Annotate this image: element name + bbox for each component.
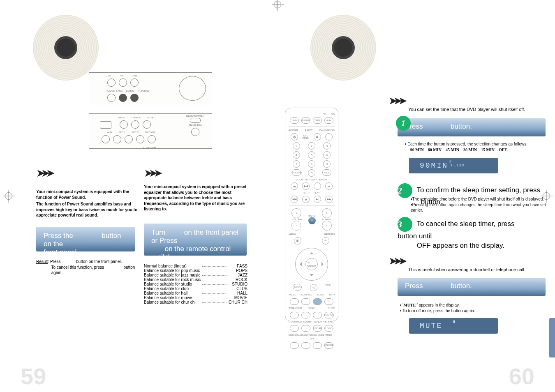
disc-illustration [33, 15, 99, 81]
remote-control: CD USB DVD TUNER TAPE AUX POWEREJECTBAND… [285, 108, 338, 321]
step-bar: Press the button on the front panel. [36, 227, 135, 251]
eq-row-value: MOVIE [227, 295, 247, 300]
page-number: 60 [509, 365, 534, 388]
return-icon: ↶ [322, 237, 329, 244]
result-text: button on the front panel. [76, 259, 122, 264]
step-text: Turn [151, 228, 165, 236]
eq-row-label: Balance suitable for club [144, 286, 202, 291]
step-bar: 1 Press button. [398, 118, 546, 136]
arrows-icon: ➤➤➤ [36, 168, 51, 178]
step-text-row: 3 To cancel the sleep timer, press butto… [398, 217, 550, 251]
remote-btn-dvd: DVD [290, 117, 299, 124]
mute-notes: • 'MUTE ' appears in the display. • To t… [400, 302, 532, 314]
eq-row-label: Balance suitable for pop music [144, 268, 202, 273]
power-sound-desc2: The function of Power Sound amplifies ba… [36, 201, 139, 218]
side-tab [549, 318, 555, 357]
eq-row-value: POPS [227, 268, 247, 273]
power-icon: ⏻ [291, 133, 298, 141]
remote-label-sleep: SLEEP [317, 293, 324, 297]
step-text: button. [451, 282, 472, 290]
eq-row-label: Balance suitable for rock music [144, 277, 202, 282]
power-sound-desc: Your mini-compact system is equipped wit… [36, 189, 135, 200]
eq-row-value: PASS [227, 264, 247, 268]
result-label: Result [36, 259, 48, 264]
eq-table: Normal balance (linear)PASSBalance suita… [144, 264, 247, 304]
arrows-icon: ➤➤➤ [144, 168, 159, 178]
eq-row-value: ROCK [227, 277, 247, 282]
lcd-display: ⏸ 90MIN SLEEP [409, 158, 498, 173]
remote-btn-aux: AUX [324, 117, 333, 124]
eq-row-value: CLUB [227, 286, 247, 291]
step-number: 1 [396, 116, 411, 131]
sleep-intro: You can set the time that the DVD player… [408, 106, 525, 113]
arrows-icon: ➤➤➤ [388, 95, 403, 106]
panel-label: DEMO/DIMMER [186, 115, 204, 117]
page-right: CD USB DVD TUNER TAPE AUX POWEREJECTBAND… [278, 0, 555, 392]
eq-row-label: Balance suitable for movie [144, 295, 202, 300]
step-bar: Press button. [398, 278, 546, 296]
mute-intro: This is useful when answering a doorbell… [408, 266, 525, 273]
eq-row-label: Balance suitable for jazz music [144, 273, 202, 277]
remote-label: MENU [289, 233, 296, 235]
remote-btn-tape: TAPE [313, 117, 322, 124]
sleep-sub: •The remaining time before the DVD playe… [411, 196, 546, 213]
remote-label: EJECT [305, 129, 312, 131]
step-text: Press [405, 282, 423, 290]
result-block: Result: Press button on the front panel.… [36, 259, 139, 276]
eq-row-label: Normal balance (linear) [144, 264, 202, 268]
remote-label: VOLUME [291, 218, 302, 221]
disc-illustration [310, 15, 376, 81]
remote-label: TUNING [322, 218, 332, 221]
step-text: Press the [44, 232, 73, 240]
remote-circle [325, 133, 333, 141]
eq-row-label: Balance suitable for hall [144, 291, 202, 295]
remote-dpad: ☰ENTER [295, 248, 328, 281]
arrows-icon: ➤➤➤ [388, 256, 403, 266]
lcd-display: MUTE ⏸ [409, 318, 498, 334]
remote-label-mute: MUTE [308, 214, 316, 217]
result-text: To cancel this function, press [51, 265, 104, 270]
remote-label: POWER [289, 129, 298, 131]
eject-icon: ⏏ [314, 133, 321, 141]
page-left: DVD FM AUX REC/CD SYNC EQ/DSP P.SOUND BA… [0, 0, 278, 392]
eq-row-value: HALL [227, 291, 247, 295]
remote-label: BAND/MONO [319, 129, 335, 131]
eq-row-label: Balance suitable for studio [144, 282, 202, 286]
remote-label: RETURN [324, 233, 335, 235]
eq-row-value: JAZZ [227, 273, 247, 277]
step-text: on the remote control until the [151, 245, 231, 261]
step-number: 3 [398, 217, 412, 232]
menu-icon: ▣ [294, 237, 301, 244]
remote-btn-tuner: TUNER [301, 117, 310, 124]
device-panel-top: DVD FM AUX REC/CD SYNC EQ/DSP P.SOUND [89, 72, 212, 105]
eq-desc: Your mini-compact system is equipped wit… [144, 184, 247, 212]
page-number: 59 [21, 365, 46, 388]
step-number: 2 [398, 183, 412, 198]
large-dial [179, 76, 206, 101]
panel-label: MULTI JOG [186, 124, 204, 126]
device-panel-bottom: BASS TREBLE ECHO DEMO/DIMMER MULTI JOG A… [89, 113, 212, 149]
result-text: again . [51, 270, 64, 275]
panel-label: P.SOUND [139, 90, 150, 92]
headphone-jack [100, 121, 111, 129]
result-text: button [124, 265, 135, 270]
sleep-bullet: • Each time the button is pressed, the s… [405, 141, 545, 152]
step-text: front panel. [44, 248, 79, 256]
remote-label: DVR [325, 284, 331, 291]
eq-row-value: STUDIO [227, 282, 247, 286]
eq-row-label: Balance suitable for chur ch [144, 300, 202, 304]
panel-label: LOW HIGH [100, 146, 156, 149]
step-bar: Turn on the front panel or Press on the … [144, 224, 247, 256]
result-text: : Press [48, 259, 60, 264]
eq-row-value: CHUR CH [227, 300, 247, 304]
step-text: button. [451, 122, 472, 130]
